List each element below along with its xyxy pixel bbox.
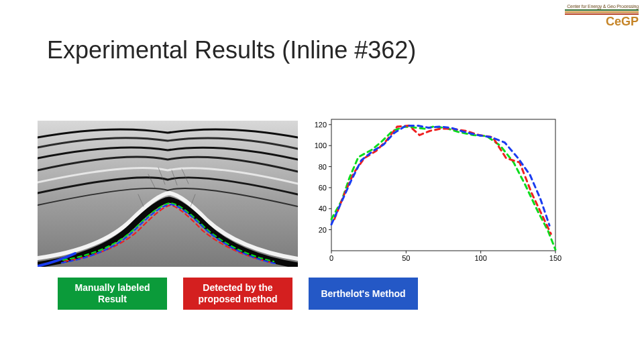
cegp-logo: Center for Energy & Geo Processing CeGP [565,4,639,27]
legend-berthelot: Berthelot's Method [309,278,418,310]
line-chart: 05010015020406080100120 [307,113,562,267]
legend-label: Berthelot's Method [321,288,405,300]
seismic-image [38,121,298,267]
svg-text:150: 150 [549,254,561,262]
svg-text:40: 40 [319,204,327,213]
legend-row: Manually labeledResult Detected by thepr… [58,278,418,310]
svg-text:100: 100 [474,254,486,262]
page-title: Experimental Results (Inline #362) [47,36,416,64]
legend-label: Manually labeledResult [74,282,150,305]
svg-text:60: 60 [319,184,327,192]
legend-manual: Manually labeledResult [58,278,167,310]
svg-text:120: 120 [315,121,327,129]
svg-text:0: 0 [329,254,333,262]
svg-text:20: 20 [319,226,327,234]
content-row: 05010015020406080100120 [38,113,562,267]
logo-bars [565,9,639,15]
svg-text:100: 100 [315,141,327,149]
legend-proposed: Detected by theproposed method [183,278,292,310]
svg-text:50: 50 [402,254,410,262]
logo-bar [565,9,639,11]
logo-bar [565,11,639,13]
svg-rect-1 [331,119,555,251]
logo-main: CeGP [565,16,639,27]
legend-label: Detected by theproposed method [198,282,277,305]
svg-text:80: 80 [319,163,327,171]
logo-subtitle: Center for Energy & Geo Processing [565,4,639,9]
